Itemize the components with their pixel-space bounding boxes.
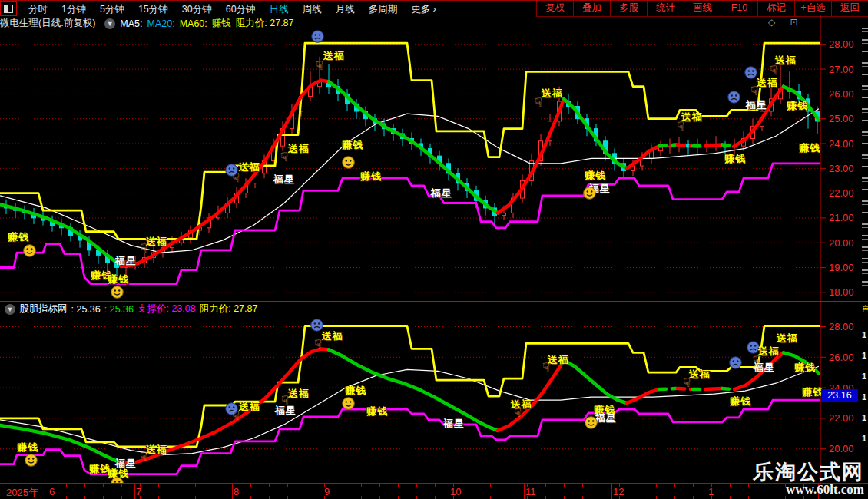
axis-tick bbox=[490, 484, 491, 487]
axis-tick bbox=[361, 484, 362, 487]
axis-tick bbox=[730, 496, 731, 499]
axis-tick bbox=[527, 484, 528, 487]
svg-text:21.00: 21.00 bbox=[829, 212, 854, 223]
axis-tick bbox=[250, 496, 251, 499]
axis-tick bbox=[361, 496, 362, 499]
axis-tick bbox=[730, 484, 731, 487]
axis-tick bbox=[158, 496, 159, 499]
axis-tick bbox=[379, 496, 380, 499]
clipped-digit: 1 bbox=[862, 434, 866, 443]
svg-text:28.00: 28.00 bbox=[829, 321, 854, 332]
axis-tick bbox=[674, 484, 675, 487]
clipped-digit: 1 bbox=[862, 413, 866, 422]
svg-text:26.00: 26.00 bbox=[829, 88, 854, 100]
date-label: 7 bbox=[136, 486, 141, 497]
axis-tick bbox=[490, 496, 491, 499]
svg-text:20.00: 20.00 bbox=[829, 443, 854, 454]
axis-tick bbox=[398, 496, 399, 499]
month-boundary-tick bbox=[232, 484, 233, 499]
axis-tick bbox=[601, 484, 601, 487]
axis-tick bbox=[269, 484, 270, 487]
date-label: 6 bbox=[49, 486, 55, 497]
strip-tab-char: 自 bbox=[862, 303, 868, 315]
axis-tick bbox=[693, 496, 694, 499]
axis-tick bbox=[711, 484, 712, 487]
axis-tick bbox=[177, 496, 177, 499]
axis-tick bbox=[582, 484, 583, 487]
axis-tick bbox=[509, 496, 509, 499]
axis-tick bbox=[140, 496, 141, 499]
clipped-digit: 1 bbox=[862, 372, 866, 381]
axis-tick bbox=[453, 484, 454, 487]
clipped-glyphs-texture bbox=[862, 25, 868, 286]
axis-tick bbox=[379, 484, 380, 487]
axis-tick bbox=[619, 484, 620, 487]
month-boundary-tick bbox=[611, 484, 612, 499]
svg-text:20.00: 20.00 bbox=[829, 237, 854, 249]
axis-tick bbox=[306, 496, 306, 499]
axis-tick bbox=[416, 484, 417, 487]
axis-tick bbox=[121, 496, 122, 499]
watermark-site-name: 乐淘公式网 bbox=[753, 461, 864, 483]
month-boundary-tick bbox=[48, 484, 48, 499]
axis-tick bbox=[748, 496, 749, 499]
axis-tick bbox=[564, 496, 565, 499]
svg-text:23.00: 23.00 bbox=[829, 163, 854, 174]
axis-tick bbox=[343, 496, 343, 499]
month-boundary-tick bbox=[323, 484, 323, 499]
axis-tick bbox=[453, 496, 454, 499]
axis-tick bbox=[472, 484, 472, 487]
axis-tick bbox=[121, 484, 122, 487]
axis-tick bbox=[306, 484, 306, 487]
axis-tick bbox=[656, 484, 657, 487]
current-price-tag: 23.16 bbox=[821, 389, 858, 402]
axis-tick bbox=[435, 484, 436, 487]
axis-tick bbox=[103, 484, 104, 487]
axis-tick bbox=[472, 496, 472, 499]
month-boundary-tick bbox=[449, 484, 449, 499]
axis-tick bbox=[638, 484, 638, 487]
axis-tick bbox=[195, 484, 196, 487]
axis-tick bbox=[601, 496, 601, 499]
clipped-digit: 1 bbox=[862, 351, 866, 360]
axis-tick bbox=[545, 484, 546, 487]
chart-canvas[interactable]: 28.0027.0026.0025.0024.0023.0022.0021.00… bbox=[0, 0, 868, 499]
axis-tick bbox=[324, 484, 325, 487]
date-label: 8 bbox=[234, 486, 239, 497]
axis-tick bbox=[693, 484, 694, 487]
watermark: 乐淘公式网 www.60lt.com bbox=[753, 461, 864, 497]
axis-tick bbox=[509, 484, 509, 487]
clipped-digit: 1 bbox=[862, 330, 866, 339]
clipped-digit: 1 bbox=[862, 392, 866, 402]
right-edge-clipped-panel[interactable]: 自 111111 bbox=[860, 16, 868, 483]
month-boundary-tick bbox=[134, 484, 135, 499]
axis-tick bbox=[287, 496, 288, 499]
axis-tick bbox=[619, 496, 620, 499]
axis-tick bbox=[66, 484, 67, 487]
axis-tick bbox=[195, 496, 196, 499]
svg-text:22.00: 22.00 bbox=[829, 412, 854, 424]
axis-tick bbox=[269, 496, 270, 499]
axis-tick bbox=[638, 496, 638, 499]
date-label: 9 bbox=[324, 486, 330, 497]
axis-tick bbox=[324, 496, 325, 499]
axis-tick bbox=[103, 496, 104, 499]
date-label: 2025年 bbox=[6, 486, 38, 499]
svg-text:25.00: 25.00 bbox=[829, 113, 854, 124]
svg-text:19.00: 19.00 bbox=[829, 262, 854, 273]
axis-tick bbox=[140, 484, 141, 487]
month-boundary-tick bbox=[707, 484, 707, 499]
svg-text:26.00: 26.00 bbox=[829, 352, 854, 363]
date-label: 10 bbox=[450, 486, 461, 497]
axis-tick bbox=[435, 496, 436, 499]
trading-app-window: 分时1分钟5分钟15分钟30分钟60分钟日线周线月线多周期更多 › 复权叠加多股… bbox=[0, 0, 868, 499]
date-axis: 2025年67891011121 bbox=[0, 483, 868, 499]
axis-tick bbox=[66, 496, 67, 499]
axis-tick bbox=[582, 496, 583, 499]
svg-text:22.00: 22.00 bbox=[829, 187, 854, 199]
axis-tick bbox=[748, 484, 749, 487]
axis-tick bbox=[527, 496, 528, 499]
axis-tick bbox=[287, 484, 288, 487]
axis-tick bbox=[674, 496, 675, 499]
axis-tick bbox=[177, 484, 177, 487]
